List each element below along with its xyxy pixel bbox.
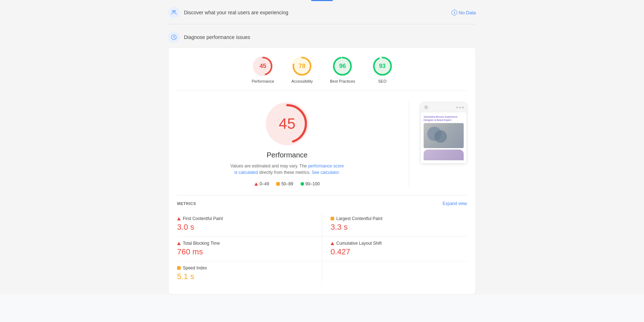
discover-text: Discover what your real users are experi… (184, 10, 288, 15)
legend-red-triangle (254, 182, 258, 186)
page-container: Discover what your real users are experi… (0, 0, 644, 294)
discover-section: Discover what your real users are experi… (168, 1, 476, 24)
screenshot-blob (424, 150, 464, 160)
metric-fcp: First Contentful Paint 3.0 s (177, 212, 322, 236)
metric-si-header: Speed Index (177, 265, 313, 270)
screenshot-image-area (424, 123, 464, 148)
dot3 (462, 107, 464, 108)
legend-green-circle (301, 182, 304, 186)
accessibility-circle: 78 (292, 56, 312, 76)
metric-tbt-header: Total Blocking Time (177, 241, 313, 246)
metric-fcp-icon (177, 217, 181, 220)
score-circle-performance[interactable]: 45 Performance (252, 56, 274, 83)
screenshot-header (421, 103, 467, 112)
performance-main: 45 Performance Values are estimated and … (177, 91, 467, 195)
metric-tbt-name: Total Blocking Time (183, 241, 220, 246)
screenshot-preview: Samantha Benson Experience Designer & Br… (420, 102, 467, 164)
screenshot-circle2 (434, 130, 447, 143)
performance-left: 45 Performance Values are estimated and … (177, 102, 397, 186)
metrics-title: METRICS (177, 201, 196, 206)
metric-cls: Cumulative Layout Shift 0.427 (322, 236, 467, 261)
metrics-header: METRICS Expand view (177, 201, 467, 206)
accessibility-score: 78 (299, 63, 306, 70)
metric-tbt-value: 760 ms (177, 247, 313, 257)
discover-icon (168, 7, 180, 18)
metric-si-icon (177, 266, 181, 270)
metric-lcp-value: 3.3 s (331, 223, 467, 232)
best-practices-circle: 96 (332, 56, 352, 76)
metric-fcp-value: 3.0 s (177, 223, 313, 232)
performance-label: Performance (252, 79, 274, 83)
metric-si-name: Speed Index (183, 265, 207, 270)
screenshot-body: Samantha Benson Experience Designer & Br… (421, 112, 467, 163)
best-practices-label: Best Practices (330, 79, 355, 83)
seo-label: SEO (378, 79, 386, 83)
metric-si-value: 5.1 s (177, 272, 313, 281)
diagnose-section: Diagnose performance issues (168, 24, 476, 47)
no-data-button[interactable]: i No Data (452, 10, 476, 15)
legend-orange-square (276, 182, 280, 186)
perf-desc-text: Values are estimated and may vary. The (230, 164, 307, 169)
main-content: Discover what your real users are experi… (161, 1, 483, 294)
score-circle-accessibility[interactable]: 78 Accessibility (291, 56, 313, 83)
legend-orange: 50–89 (276, 181, 293, 186)
metrics-section: METRICS Expand view First Contentful Pai… (177, 195, 467, 286)
accessibility-label: Accessibility (291, 79, 313, 83)
svg-point-3 (174, 37, 175, 38)
svg-point-0 (172, 10, 174, 12)
seo-circle: 93 (372, 56, 392, 76)
score-card: 45 Performance 78 Accessibility (168, 47, 476, 294)
performance-circle: 45 (253, 56, 273, 76)
metric-tbt: Total Blocking Time 760 ms (177, 236, 322, 261)
best-practices-score: 96 (339, 63, 346, 70)
score-circle-seo[interactable]: 93 SEO (372, 56, 392, 83)
performance-title: Performance (267, 151, 308, 159)
performance-score: 45 (259, 63, 266, 70)
legend-red-label: 0–49 (259, 181, 269, 186)
big-performance-score: 45 (279, 115, 296, 132)
metric-cls-name: Cumulative Layout Shift (336, 241, 382, 246)
performance-description: Values are estimated and may vary. The p… (230, 163, 345, 176)
metric-cls-header: Cumulative Layout Shift (331, 241, 467, 246)
perf-desc-mid: directly from these metrics. (259, 170, 310, 175)
metric-cls-icon (331, 242, 334, 245)
metric-fcp-name: First Contentful Paint (183, 216, 223, 221)
metric-lcp-header: Largest Contentful Paint (331, 216, 467, 221)
screenshot-dots (456, 107, 464, 108)
svg-point-1 (174, 10, 176, 12)
seo-score: 93 (379, 63, 386, 70)
dot2 (459, 107, 461, 108)
big-score-circle: 45 (266, 102, 309, 145)
score-circle-best-practices[interactable]: 96 Best Practices (330, 56, 355, 83)
metric-lcp-name: Largest Contentful Paint (336, 216, 382, 221)
legend-red: 0–49 (254, 181, 269, 186)
screenshot-title: Samantha Benson Experience Designer & Br… (424, 115, 464, 122)
legend-green-label: 90–100 (306, 181, 320, 186)
score-circles-row: 45 Performance 78 Accessibility (177, 56, 467, 91)
metric-tbt-icon (177, 242, 181, 245)
diagnose-text: Diagnose performance issues (184, 34, 250, 40)
discover-left: Discover what your real users are experi… (168, 7, 288, 18)
diagnose-icon (168, 31, 180, 43)
metric-lcp: Largest Contentful Paint 3.3 s (322, 212, 467, 236)
expand-view-button[interactable]: Expand view (443, 201, 467, 206)
no-data-label: No Data (459, 10, 476, 15)
metric-lcp-icon (331, 217, 334, 220)
metrics-grid: First Contentful Paint 3.0 s Largest Con… (177, 212, 467, 286)
metric-fcp-header: First Contentful Paint (177, 216, 313, 221)
see-calculator-link[interactable]: See calculator. (312, 170, 340, 175)
legend-row: 0–49 50–89 90–100 (254, 181, 319, 186)
info-icon: i (452, 10, 457, 15)
metric-cls-value: 0.427 (331, 247, 467, 257)
dot1 (456, 107, 458, 108)
metric-si: Speed Index 5.1 s (177, 261, 322, 286)
vertical-divider (409, 102, 409, 186)
legend-orange-label: 50–89 (281, 181, 293, 186)
legend-green: 90–100 (301, 181, 320, 186)
